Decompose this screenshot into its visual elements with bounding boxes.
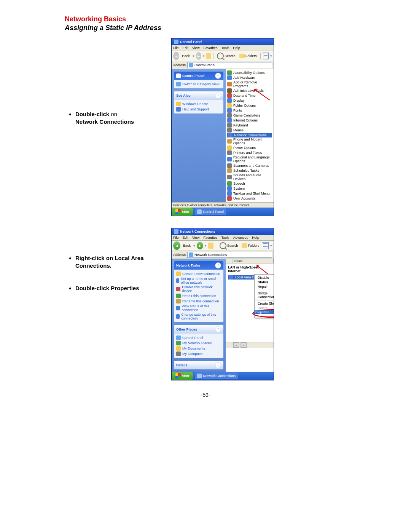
ctx-status[interactable]: Status bbox=[255, 280, 274, 284]
place-label: My Network Places bbox=[182, 341, 212, 345]
cp-item[interactable]: Add Hardware bbox=[227, 75, 272, 80]
menu-file[interactable]: File bbox=[173, 236, 179, 240]
address-box[interactable]: Control Panel bbox=[187, 62, 272, 68]
search-button[interactable]: Search bbox=[216, 52, 237, 60]
taskbar-item[interactable]: Network Connections bbox=[195, 372, 238, 379]
instruction-1: Double-click on Network Connections bbox=[75, 110, 164, 125]
cp-item[interactable]: System bbox=[227, 186, 272, 191]
cp-item[interactable]: Fonts bbox=[227, 108, 272, 113]
ctx-shortcut[interactable]: Create Shortcut bbox=[255, 301, 274, 306]
cp-item[interactable]: Taskbar and Start Menu bbox=[227, 191, 272, 196]
up-button[interactable] bbox=[208, 243, 213, 249]
place-link[interactable]: My Network Places bbox=[176, 340, 221, 346]
cp-item[interactable]: Keyboard bbox=[227, 123, 272, 128]
views-button[interactable] bbox=[262, 242, 269, 249]
address-label: Address bbox=[173, 63, 186, 67]
start-button[interactable]: start bbox=[172, 372, 193, 380]
taskbar-item[interactable]: Control Panel bbox=[195, 208, 226, 215]
task-link[interactable]: Repair this connection bbox=[176, 293, 221, 299]
menu-tools[interactable]: Tools bbox=[221, 236, 229, 240]
ctx-repair[interactable]: Repair bbox=[255, 284, 274, 289]
place-link[interactable]: My Computer bbox=[176, 351, 221, 356]
scroll-left-button[interactable]: ‹ bbox=[241, 342, 247, 348]
forward-button[interactable]: ► bbox=[197, 242, 203, 249]
cp-item[interactable]: Phone and Modem Options bbox=[227, 137, 272, 145]
back-button[interactable]: ◄ bbox=[173, 52, 179, 60]
search-icon bbox=[220, 242, 226, 249]
cp-item[interactable]: Game Controllers bbox=[227, 113, 272, 118]
menu-advanced[interactable]: Advanced bbox=[233, 236, 248, 240]
cp-item[interactable]: Sounds and Audio Devices bbox=[227, 173, 272, 181]
menu-edit[interactable]: Edit bbox=[183, 46, 189, 50]
menu-help[interactable]: Help bbox=[252, 236, 259, 240]
task-link[interactable]: View status of this connection bbox=[176, 304, 221, 312]
search-button[interactable]: Search bbox=[218, 242, 239, 249]
cp-item[interactable]: Display bbox=[227, 98, 272, 103]
side-panel-seealso: See Also⌃ bbox=[174, 91, 223, 100]
cp-item[interactable]: Accessibility Options bbox=[227, 70, 272, 75]
menu-view[interactable]: View bbox=[192, 236, 199, 240]
menu-edit[interactable]: Edit bbox=[183, 236, 189, 240]
cp-item[interactable]: Administrative Tools bbox=[227, 88, 272, 93]
folders-button[interactable]: Folders bbox=[238, 53, 258, 59]
cp-item[interactable]: Folder Options bbox=[227, 103, 272, 108]
link-windows-update[interactable]: Windows Update bbox=[176, 101, 221, 107]
cp-item[interactable]: Network Connections bbox=[227, 133, 272, 137]
menu-favorites[interactable]: Favorites bbox=[203, 46, 217, 50]
task-link[interactable]: Create a new connection bbox=[176, 271, 221, 276]
collapse-icon[interactable]: ⌃ bbox=[215, 93, 221, 99]
collapse-icon[interactable]: ⌃ bbox=[215, 73, 221, 79]
cp-item[interactable]: User Accounts bbox=[227, 196, 272, 201]
menu-file[interactable]: File bbox=[173, 46, 179, 50]
forward-button[interactable]: ► bbox=[196, 52, 202, 60]
menu-view[interactable]: View bbox=[192, 46, 199, 50]
cp-item[interactable]: Regional and Language Options bbox=[227, 155, 272, 163]
folders-button[interactable]: Folders bbox=[241, 243, 260, 248]
scroll-strip: ⌄ ‹ bbox=[226, 342, 274, 348]
cp-item[interactable]: Speech bbox=[227, 181, 272, 186]
link-help-support[interactable]: Help and Support bbox=[176, 107, 221, 112]
page-number: -59- bbox=[65, 392, 346, 398]
window-icon bbox=[174, 229, 178, 234]
cp-item[interactable]: Mouse bbox=[227, 128, 272, 133]
menu-help[interactable]: Help bbox=[233, 46, 240, 50]
up-button[interactable] bbox=[206, 53, 211, 59]
address-box[interactable]: Network Connections bbox=[187, 252, 272, 258]
cp-item[interactable]: Printers and Faxes bbox=[227, 150, 272, 155]
start-button[interactable]: start bbox=[172, 208, 193, 216]
ctx-properties[interactable]: Properties bbox=[254, 310, 274, 314]
expand-tree-button[interactable]: ⌄ bbox=[233, 342, 239, 348]
cp-item[interactable]: Internet Options bbox=[227, 118, 272, 123]
item-icon bbox=[227, 181, 232, 186]
task-link[interactable]: Change settings of this connection bbox=[176, 312, 221, 321]
item-label: Date and Time bbox=[233, 94, 256, 97]
switch-category-link[interactable]: Switch to Category View bbox=[176, 81, 221, 87]
menu-favorites[interactable]: Favorites bbox=[203, 236, 217, 240]
views-button[interactable] bbox=[263, 53, 269, 59]
menu-tools[interactable]: Tools bbox=[221, 46, 229, 50]
item-label: Internet Options bbox=[233, 118, 258, 122]
expand-icon[interactable]: ⌄ bbox=[215, 362, 221, 368]
cp-item[interactable]: Scheduled Tasks bbox=[227, 168, 272, 173]
place-icon bbox=[176, 346, 181, 351]
cp-item[interactable]: Scanners and Cameras bbox=[227, 163, 272, 168]
place-link[interactable]: My Documents bbox=[176, 346, 221, 351]
ctx-disable[interactable]: Disable bbox=[255, 275, 274, 280]
place-icon bbox=[176, 335, 181, 340]
collapse-icon[interactable]: ⌃ bbox=[215, 262, 221, 268]
column-header[interactable]: Name bbox=[226, 259, 274, 264]
task-icon bbox=[176, 299, 181, 304]
task-icon bbox=[176, 272, 181, 276]
side-panel-other-places: Other Places⌃ bbox=[174, 325, 223, 334]
task-link[interactable]: Disable this network device bbox=[176, 285, 221, 293]
cp-item[interactable]: Power Options bbox=[227, 145, 272, 150]
task-link[interactable]: Set up a home or small office network bbox=[176, 276, 221, 285]
back-button[interactable]: ◄ bbox=[173, 241, 180, 250]
collapse-icon[interactable]: ⌃ bbox=[215, 326, 221, 332]
task-link[interactable]: Rename this connection bbox=[176, 299, 221, 304]
search-icon bbox=[217, 53, 224, 59]
ctx-bridge[interactable]: Bridge Connections bbox=[255, 291, 274, 299]
place-link[interactable]: Control Panel bbox=[176, 335, 221, 340]
cp-item[interactable]: Add or Remove Programs bbox=[227, 80, 272, 88]
task-label: Rename this connection bbox=[182, 299, 219, 303]
